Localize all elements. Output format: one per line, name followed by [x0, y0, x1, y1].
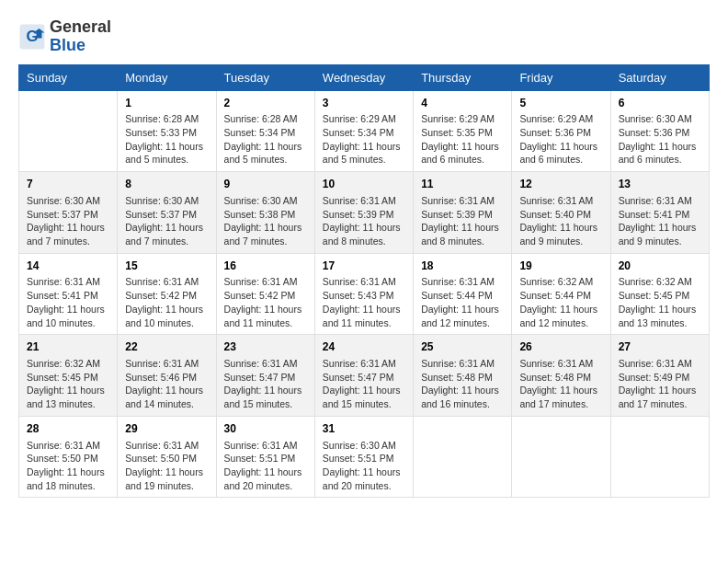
day-daylight: Daylight: 11 hours and 13 minutes. [619, 303, 701, 329]
day-daylight: Daylight: 11 hours and 6 minutes. [421, 140, 504, 167]
day-sunrise: Sunrise: 6:31 AM [27, 439, 109, 453]
day-daylight: Daylight: 11 hours and 6 minutes. [619, 140, 701, 167]
day-number: 16 [224, 259, 307, 274]
calendar-cell: 25 Sunrise: 6:31 AM Sunset: 5:48 PM Dayl… [414, 335, 512, 417]
day-sunrise: Sunrise: 6:30 AM [224, 194, 307, 208]
page-header: G General Blue [18, 18, 710, 55]
day-sunset: Sunset: 5:46 PM [125, 371, 208, 385]
day-sunrise: Sunrise: 6:28 AM [224, 112, 307, 126]
day-number: 15 [125, 259, 208, 274]
day-daylight: Daylight: 11 hours and 17 minutes. [619, 384, 701, 410]
day-daylight: Daylight: 11 hours and 11 minutes. [224, 303, 307, 329]
day-sunset: Sunset: 5:37 PM [125, 208, 208, 222]
weekday-header-monday: Monday [118, 64, 216, 90]
day-sunset: Sunset: 5:41 PM [619, 208, 701, 222]
calendar-cell: 8 Sunrise: 6:30 AM Sunset: 5:37 PM Dayli… [118, 172, 216, 254]
day-sunrise: Sunrise: 6:31 AM [224, 275, 307, 289]
logo-icon: G [18, 23, 46, 51]
day-sunset: Sunset: 5:42 PM [125, 289, 208, 303]
calendar-cell: 24 Sunrise: 6:31 AM Sunset: 5:47 PM Dayl… [314, 335, 413, 417]
day-sunrise: Sunrise: 6:30 AM [619, 112, 701, 126]
logo-text: General Blue [50, 18, 111, 55]
day-number: 25 [421, 339, 504, 355]
day-number: 8 [125, 177, 208, 192]
day-sunrise: Sunrise: 6:31 AM [619, 357, 701, 371]
day-sunset: Sunset: 5:43 PM [323, 289, 405, 303]
day-sunrise: Sunrise: 6:31 AM [27, 275, 109, 289]
day-sunset: Sunset: 5:42 PM [224, 289, 307, 303]
day-daylight: Daylight: 11 hours and 15 minutes. [323, 384, 405, 410]
day-number: 17 [323, 259, 405, 274]
calendar-cell: 22 Sunrise: 6:31 AM Sunset: 5:46 PM Dayl… [118, 335, 216, 417]
day-number: 14 [27, 259, 109, 274]
day-number: 27 [619, 339, 701, 355]
day-number: 5 [519, 96, 602, 111]
calendar-cell [19, 90, 118, 172]
calendar-cell: 10 Sunrise: 6:31 AM Sunset: 5:39 PM Dayl… [314, 172, 413, 254]
calendar-week-row: 7 Sunrise: 6:30 AM Sunset: 5:37 PM Dayli… [19, 172, 710, 254]
calendar-cell: 9 Sunrise: 6:30 AM Sunset: 5:38 PM Dayli… [216, 172, 314, 254]
day-daylight: Daylight: 11 hours and 12 minutes. [519, 303, 602, 329]
day-sunrise: Sunrise: 6:31 AM [323, 194, 405, 208]
day-sunrise: Sunrise: 6:30 AM [125, 194, 208, 208]
calendar-cell: 4 Sunrise: 6:29 AM Sunset: 5:35 PM Dayli… [414, 90, 512, 172]
day-sunrise: Sunrise: 6:31 AM [421, 275, 504, 289]
day-sunrise: Sunrise: 6:31 AM [224, 439, 307, 453]
calendar-cell: 19 Sunrise: 6:32 AM Sunset: 5:44 PM Dayl… [512, 253, 610, 335]
day-number: 6 [619, 96, 701, 111]
calendar-cell: 29 Sunrise: 6:31 AM Sunset: 5:50 PM Dayl… [118, 416, 216, 498]
day-daylight: Daylight: 11 hours and 8 minutes. [421, 221, 504, 247]
day-sunset: Sunset: 5:34 PM [323, 126, 405, 140]
day-number: 12 [519, 177, 602, 192]
day-sunrise: Sunrise: 6:29 AM [421, 112, 504, 126]
calendar-cell: 16 Sunrise: 6:31 AM Sunset: 5:42 PM Dayl… [216, 253, 314, 335]
day-number: 22 [125, 339, 208, 355]
calendar-cell [414, 416, 512, 498]
calendar-cell: 5 Sunrise: 6:29 AM Sunset: 5:36 PM Dayli… [512, 90, 610, 172]
day-number: 11 [421, 177, 504, 192]
day-sunrise: Sunrise: 6:31 AM [619, 194, 701, 208]
day-number: 29 [125, 421, 208, 437]
day-number: 21 [27, 339, 109, 355]
day-number: 9 [224, 177, 307, 192]
day-sunset: Sunset: 5:33 PM [125, 126, 208, 140]
weekday-header-thursday: Thursday [414, 64, 512, 90]
day-sunset: Sunset: 5:45 PM [27, 371, 109, 385]
day-daylight: Daylight: 11 hours and 7 minutes. [27, 221, 109, 247]
calendar-cell: 17 Sunrise: 6:31 AM Sunset: 5:43 PM Dayl… [314, 253, 413, 335]
calendar-cell: 27 Sunrise: 6:31 AM Sunset: 5:49 PM Dayl… [610, 335, 709, 417]
day-sunset: Sunset: 5:39 PM [421, 208, 504, 222]
day-number: 31 [323, 421, 405, 437]
calendar-cell [512, 416, 610, 498]
day-sunrise: Sunrise: 6:31 AM [421, 194, 504, 208]
day-number: 2 [224, 96, 307, 111]
day-daylight: Daylight: 11 hours and 9 minutes. [519, 221, 602, 247]
day-sunset: Sunset: 5:36 PM [619, 126, 701, 140]
day-sunrise: Sunrise: 6:32 AM [27, 357, 109, 371]
day-number: 19 [519, 259, 602, 274]
weekday-header-friday: Friday [512, 64, 610, 90]
calendar-cell: 1 Sunrise: 6:28 AM Sunset: 5:33 PM Dayli… [118, 90, 216, 172]
calendar-cell: 11 Sunrise: 6:31 AM Sunset: 5:39 PM Dayl… [414, 172, 512, 254]
weekday-header-wednesday: Wednesday [314, 64, 413, 90]
day-sunrise: Sunrise: 6:28 AM [125, 112, 208, 126]
calendar-cell: 7 Sunrise: 6:30 AM Sunset: 5:37 PM Dayli… [19, 172, 118, 254]
day-daylight: Daylight: 11 hours and 20 minutes. [224, 465, 307, 492]
day-number: 13 [619, 177, 701, 192]
logo: G General Blue [18, 18, 111, 55]
day-sunrise: Sunrise: 6:31 AM [125, 439, 208, 453]
day-sunrise: Sunrise: 6:29 AM [323, 112, 405, 126]
calendar-cell: 15 Sunrise: 6:31 AM Sunset: 5:42 PM Dayl… [118, 253, 216, 335]
day-sunset: Sunset: 5:47 PM [224, 371, 307, 385]
day-number: 10 [323, 177, 405, 192]
calendar-cell: 28 Sunrise: 6:31 AM Sunset: 5:50 PM Dayl… [19, 416, 118, 498]
day-sunrise: Sunrise: 6:31 AM [323, 357, 405, 371]
day-number: 20 [619, 259, 701, 274]
day-daylight: Daylight: 11 hours and 20 minutes. [323, 465, 405, 492]
day-sunset: Sunset: 5:50 PM [27, 452, 109, 465]
calendar-cell: 6 Sunrise: 6:30 AM Sunset: 5:36 PM Dayli… [610, 90, 709, 172]
day-number: 28 [27, 421, 109, 437]
calendar-cell: 14 Sunrise: 6:31 AM Sunset: 5:41 PM Dayl… [19, 253, 118, 335]
day-daylight: Daylight: 11 hours and 7 minutes. [224, 221, 307, 247]
calendar-cell: 18 Sunrise: 6:31 AM Sunset: 5:44 PM Dayl… [414, 253, 512, 335]
